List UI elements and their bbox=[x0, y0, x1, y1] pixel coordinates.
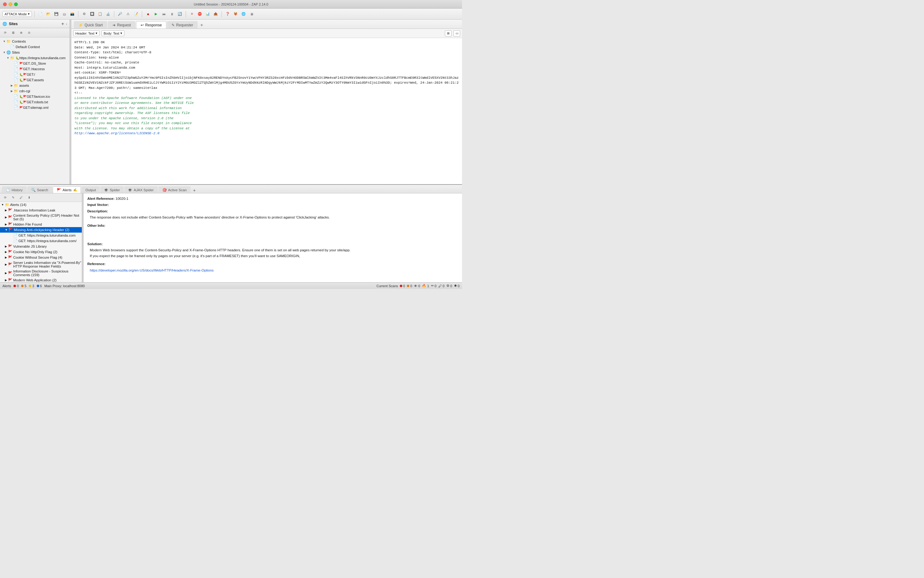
hidden-file-node[interactable]: ▶ 🚩 Hidden File Found bbox=[0, 222, 82, 227]
flag-icon-xp: 🚩 bbox=[8, 262, 12, 266]
alerts-filter-btn[interactable]: ⚠ bbox=[125, 11, 131, 18]
tab-response[interactable]: ↩ Response bbox=[136, 21, 166, 29]
vuln-js-node[interactable]: ▶ 🚩 Vulnerable JS Library bbox=[0, 244, 82, 249]
context-btn[interactable]: 🔲 bbox=[89, 11, 96, 18]
cookie-httponly-node[interactable]: ▶ 🚩 Cookie No HttpOnly Flag (2) bbox=[0, 249, 82, 255]
mode-dropdown[interactable]: ATTACK Mode ▾ bbox=[2, 11, 32, 17]
alerts-refresh-btn[interactable]: ⟳ bbox=[2, 194, 8, 201]
file-icon-fav: 📄 bbox=[13, 94, 18, 99]
flag-icon-cj: 🚩 bbox=[8, 228, 13, 232]
robots-node[interactable]: 📄 🐛 🚩 GET:robots.txt bbox=[0, 99, 70, 105]
tab-search[interactable]: 🔍 Search bbox=[27, 186, 52, 193]
chrome-btn[interactable]: 🌐 bbox=[240, 11, 247, 18]
favicon-node[interactable]: 📄 🐛 🚩 GET:favicon.ico bbox=[0, 94, 70, 99]
replay-btn[interactable]: 🔄 bbox=[177, 11, 183, 18]
tab-quick-start[interactable]: ⚡ Quick Start bbox=[74, 21, 107, 29]
description-label: Description: bbox=[87, 209, 108, 213]
add-bottom-tab-button[interactable]: + bbox=[191, 187, 197, 193]
body-format-select[interactable]: Body: Text ▾ bbox=[101, 30, 125, 36]
step-btn[interactable]: ⏭ bbox=[160, 11, 167, 18]
save-session-btn[interactable]: 💾 bbox=[53, 11, 60, 18]
expand-assets-icon: ▶ bbox=[10, 84, 13, 87]
header-format-select[interactable]: Header: Text ▾ bbox=[73, 30, 100, 36]
minimize-button[interactable] bbox=[8, 2, 12, 6]
get-assets-node[interactable]: 📄 🐛 🚩 GET:assets bbox=[0, 77, 70, 83]
history-filter-btn[interactable]: 🔎 bbox=[117, 11, 123, 18]
sitemap-node[interactable]: 📄 🚩 GET:sitemap.xml bbox=[0, 105, 70, 110]
scan-stop-btn[interactable]: ⛔ bbox=[196, 11, 203, 18]
alerts-stop-btn[interactable]: ✎ bbox=[10, 194, 16, 201]
close-button[interactable] bbox=[3, 2, 7, 6]
save-as-session-btn[interactable]: 🗂 bbox=[61, 11, 68, 18]
clickjacking-node[interactable]: ▼ 🚩 Missing Anti-clickjacking Header (2) bbox=[0, 227, 82, 232]
contexts-node[interactable]: ▼ 📁 Contexts bbox=[0, 39, 70, 44]
tab-spider[interactable]: 🕷 Spider bbox=[101, 186, 124, 193]
pause-btn[interactable]: ⏸ bbox=[169, 11, 175, 18]
maximize-button[interactable] bbox=[14, 2, 18, 6]
support-btn[interactable]: ❓ bbox=[224, 11, 231, 18]
new-session-btn[interactable]: 📄 bbox=[37, 11, 44, 18]
sites-exclude-btn[interactable]: ⊝ bbox=[26, 29, 32, 36]
sites-include-btn[interactable]: ⊕ bbox=[18, 29, 24, 36]
add-tab-button[interactable]: + bbox=[198, 22, 205, 29]
breakpoint-btn[interactable]: ✕ bbox=[188, 11, 195, 18]
get-integra2-node[interactable]: 📄 GET: https://integra.tuturulianda.com/ bbox=[0, 238, 82, 244]
options-btn[interactable]: ⚙ bbox=[81, 11, 88, 18]
xpowered-node[interactable]: ▶ 🚩 Server Leaks Information via "X-Powe… bbox=[0, 260, 82, 269]
expand-cdn-icon: ▶ bbox=[10, 89, 13, 93]
favicon-label: GET:favicon.ico bbox=[27, 95, 50, 98]
tab-requester[interactable]: ✎ Requester bbox=[167, 21, 198, 29]
display-btn[interactable]: 🖥 bbox=[248, 11, 255, 18]
tab-request[interactable]: ➜ Request bbox=[108, 21, 135, 29]
cookie-secure-node[interactable]: ▶ 🚩 Cookie Without Secure Flag (4) bbox=[0, 255, 82, 260]
get-integra-node[interactable]: 📄 GET: https://integra.tuturulianda.com bbox=[0, 232, 82, 238]
view-single-btn[interactable]: ▭ bbox=[454, 30, 460, 36]
stop-btn[interactable]: ■ bbox=[144, 11, 151, 18]
htaccess-leak-node[interactable]: ▶ 🚩 .htaccess Information Leak bbox=[0, 208, 82, 213]
xpowered-label: Server Leaks Information via "X-Powered-… bbox=[13, 261, 82, 268]
add-site-button[interactable]: + bbox=[61, 21, 64, 26]
solution-value-line: Modern Web browsers support the Content-… bbox=[87, 247, 458, 259]
scan-orange-count: 0 bbox=[410, 284, 412, 288]
notes-btn[interactable]: 📝 bbox=[133, 11, 139, 18]
tab-alerts[interactable]: 🚩 Alerts ✍ bbox=[53, 186, 81, 193]
tab-history[interactable]: 🕐 History bbox=[2, 186, 27, 193]
firefox-btn[interactable]: 🦊 bbox=[232, 11, 239, 18]
scan-policy-btn[interactable]: 📋 bbox=[97, 11, 104, 18]
modern-web-node[interactable]: ▶ 🚩 Modern Web Application (2) bbox=[0, 278, 82, 282]
csp-node[interactable]: ▶ 🚩 Content Security Policy (CSP) Header… bbox=[0, 213, 82, 222]
report-btn[interactable]: 📊 bbox=[204, 11, 211, 18]
tab-active-scan[interactable]: 🎯 Active Scan bbox=[158, 186, 191, 193]
open-session-btn[interactable]: 📂 bbox=[45, 11, 52, 18]
view-split-btn[interactable]: ⊞ bbox=[445, 30, 452, 36]
site-integra-label: https://integra.tuturulianda.com bbox=[19, 56, 66, 60]
cdn-cgi-node[interactable]: ▶ 📁 cdn-cgi bbox=[0, 88, 70, 94]
host-line: Host: integra.tuturulianda.com bbox=[75, 65, 459, 70]
sites-globe-icon: 🌐 bbox=[6, 50, 11, 55]
alerts-export-btn[interactable]: ⬇ bbox=[26, 194, 32, 201]
sites-context-btn[interactable]: 🖥 bbox=[10, 29, 16, 36]
alerts-filter-btn2[interactable]: 🖊 bbox=[18, 194, 24, 201]
start-btn[interactable]: ▶ bbox=[152, 11, 159, 18]
ds-store-node[interactable]: 📄 🚩 GET:.DS_Store bbox=[0, 61, 70, 66]
assets-folder-node[interactable]: ▶ 📁 assets bbox=[0, 83, 70, 88]
active-scan-label: Active Scan bbox=[168, 188, 187, 192]
snapshot-btn[interactable]: 📸 bbox=[69, 11, 76, 18]
flag-icon-csp: 🚩 bbox=[8, 215, 12, 219]
default-context-node[interactable]: 📄 Default Context bbox=[0, 44, 70, 50]
expand-htaccess-icon: ▶ bbox=[5, 209, 7, 212]
alerts-panel-toolbar: ⟳ ✎ 🖊 ⬇ bbox=[0, 193, 82, 202]
ascan-btn[interactable]: 🔬 bbox=[105, 11, 112, 18]
scan-red-dot bbox=[400, 285, 402, 287]
get-root-node[interactable]: 📄 🐛 🚩 GET:/ bbox=[0, 72, 70, 77]
sites-node[interactable]: ▼ 🌐 Sites bbox=[0, 50, 70, 55]
site-integra-node[interactable]: ▼ 📁 🐛 https://integra.tuturulianda.com bbox=[0, 55, 70, 61]
sites-refresh-btn[interactable]: ⟳ bbox=[2, 29, 8, 36]
alerts-root-node[interactable]: ▼ 📁 Alerts (14) bbox=[0, 202, 82, 208]
info-disclosure-node[interactable]: ▶ 🚩 Information Disclosure - Suspicious … bbox=[0, 269, 82, 278]
htaccess-node[interactable]: 📄 🚩 GET:.htaccess bbox=[0, 66, 70, 72]
tab-ajax-spider[interactable]: 🕷 AJAX Spider bbox=[125, 186, 157, 193]
export-btn[interactable]: 📤 bbox=[212, 11, 219, 18]
tab-output[interactable]: Output bbox=[81, 186, 100, 193]
collapse-panel-icon[interactable]: › bbox=[66, 22, 67, 26]
